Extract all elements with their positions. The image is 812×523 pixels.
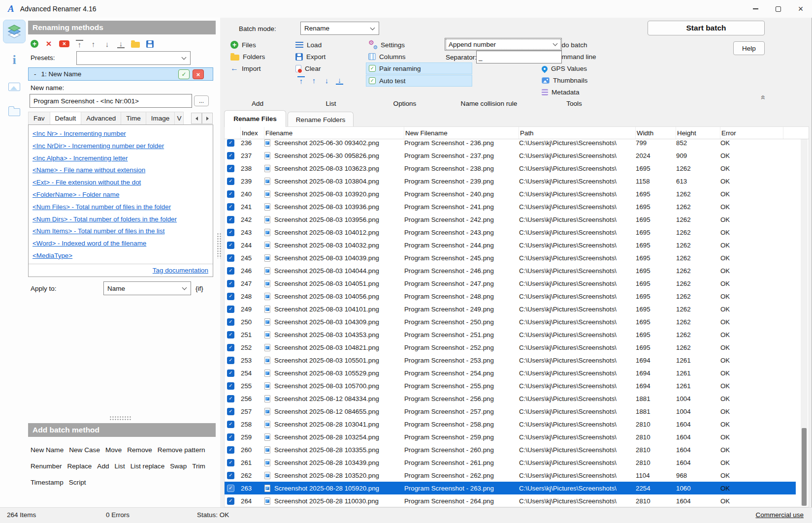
tag-link[interactable]: <Ext> - File extension without the dot	[32, 177, 209, 189]
row-checkbox[interactable]	[227, 497, 234, 505]
tag-link[interactable]: <FolderName> - Folder name	[32, 189, 209, 201]
tag-documentation-link[interactable]: Tag documentation	[153, 267, 208, 274]
methods-toolbar-remove-all-button[interactable]	[59, 40, 69, 47]
list-arrow-down-button[interactable]: ↓	[323, 76, 330, 85]
action-metadata[interactable]: Metadata	[542, 86, 596, 98]
new-name-input[interactable]: Program Screenshot - <Inc Nr:001>	[30, 94, 192, 108]
table-row[interactable]: 263Screenshot 2025-08-28 105920.pngProgr…	[225, 482, 796, 494]
action-load[interactable]: Load	[295, 39, 325, 51]
tab-scroll-left-button[interactable]	[191, 113, 202, 124]
table-row[interactable]: 256Screenshot 2025-08-12 084334.pngProgr…	[225, 392, 796, 405]
tag-link[interactable]: <MediaType>	[32, 250, 209, 262]
table-row[interactable]: 259Screenshot 2025-08-28 103254.pngProgr…	[225, 431, 796, 443]
row-checkbox[interactable]	[227, 472, 234, 479]
column-header-height[interactable]: Height	[676, 127, 720, 139]
horizontal-splitter-handle[interactable]	[109, 416, 131, 420]
table-row[interactable]: 257Screenshot 2025-08-12 084655.pngProgr…	[225, 405, 796, 418]
list-arrow-bottom-button[interactable]: ↓	[336, 76, 343, 85]
tag-link[interactable]: <Inc Alpha> - Incrementing letter	[32, 153, 209, 165]
table-row[interactable]: 255Screenshot 2025-08-03 105700.pngProgr…	[225, 379, 796, 392]
row-checkbox[interactable]	[227, 280, 234, 287]
add-method-new-name[interactable]: New Name	[31, 446, 64, 454]
add-method-list[interactable]: List	[115, 462, 125, 470]
maximize-button[interactable]	[767, 0, 789, 18]
row-checkbox[interactable]	[227, 446, 234, 454]
method-item-new-name[interactable]: - 1: New Name ✓ ×	[28, 67, 213, 81]
method-delete-button[interactable]: ×	[193, 69, 204, 79]
table-row[interactable]: 260Screenshot 2025-08-28 103355.pngProgr…	[225, 443, 796, 456]
tag-link[interactable]: <Num Files> - Total number of files in t…	[32, 201, 209, 214]
row-checkbox[interactable]	[227, 382, 234, 390]
table-row[interactable]: 243Screenshot 2025-08-03 104012.pngProgr…	[225, 226, 796, 239]
table-row[interactable]: 237Screenshot 2025-06-30 095826.pngProgr…	[225, 149, 796, 162]
apply-to-dropdown[interactable]: Name	[103, 281, 191, 295]
collapse-marker[interactable]: -	[34, 70, 36, 78]
add-method-script[interactable]: Script	[69, 479, 86, 486]
action-import[interactable]: Import	[230, 62, 265, 74]
row-checkbox[interactable]	[227, 293, 234, 300]
methods-toolbar-delete-x-button[interactable]	[45, 40, 53, 48]
row-checkbox[interactable]	[227, 254, 234, 262]
row-checkbox[interactable]	[227, 331, 234, 338]
row-checkbox[interactable]	[227, 318, 234, 326]
commercial-use-link[interactable]: Commercial use	[755, 511, 804, 519]
table-row[interactable]: 250Screenshot 2025-08-03 104309.pngProgr…	[225, 315, 796, 328]
add-method-swap[interactable]: Swap	[170, 462, 187, 470]
row-checkbox[interactable]	[227, 459, 234, 466]
close-button[interactable]: ×	[789, 0, 812, 18]
table-row[interactable]: 258Screenshot 2025-08-28 103041.pngProgr…	[225, 418, 796, 431]
tag-tab-default[interactable]: Default	[50, 112, 82, 125]
batch-mode-dropdown[interactable]: Rename	[300, 22, 379, 35]
row-checkbox[interactable]	[227, 306, 234, 313]
row-checkbox[interactable]	[227, 369, 234, 377]
row-checkbox[interactable]	[227, 216, 234, 223]
tag-tab-fav[interactable]: Fav	[28, 112, 50, 125]
table-row[interactable]: 244Screenshot 2025-08-03 104032.pngProgr…	[225, 239, 796, 251]
sidebar-item-images[interactable]	[3, 75, 26, 98]
row-checkbox[interactable]	[227, 408, 234, 415]
collapse-toolbar-button[interactable]: «	[757, 92, 769, 101]
action-thumbnails[interactable]: Thumbnails	[542, 74, 596, 86]
table-row[interactable]: 262Screenshot 2025-08-28 103520.pngProgr…	[225, 469, 796, 482]
row-checkbox[interactable]	[227, 190, 234, 198]
sidebar-item-renaming-methods[interactable]	[3, 20, 26, 43]
tag-tab-time[interactable]: Time	[121, 112, 146, 125]
add-method-add[interactable]: Add	[97, 462, 109, 470]
methods-toolbar-arrow-down-button[interactable]: ↓	[103, 40, 111, 48]
table-row[interactable]: 246Screenshot 2025-08-03 104044.pngProgr…	[225, 264, 796, 277]
table-row[interactable]: 254Screenshot 2025-08-03 105529.pngProgr…	[225, 367, 796, 379]
list-arrow-top-button[interactable]: ↑	[297, 76, 305, 85]
row-checkbox[interactable]	[227, 421, 234, 428]
methods-toolbar-arrow-bottom-button[interactable]: ↓	[117, 40, 125, 48]
sidebar-item-folders[interactable]	[3, 100, 26, 124]
table-row[interactable]: 242Screenshot 2025-08-03 103956.pngProgr…	[225, 213, 796, 226]
methods-toolbar-save-button[interactable]	[146, 40, 154, 48]
add-method-replace[interactable]: Replace	[67, 462, 92, 470]
method-enabled-checkbox[interactable]: ✓	[178, 69, 190, 79]
methods-toolbar-arrow-up-button[interactable]: ↑	[90, 40, 97, 48]
tag-link[interactable]: <Inc NrDir> - Incrementing number per fo…	[32, 140, 209, 153]
action-clear[interactable]: Clear	[295, 62, 325, 74]
tag-link[interactable]: <Num Items> - Total number of files in t…	[32, 225, 209, 238]
add-method-new-case[interactable]: New Case	[69, 446, 100, 454]
name-collision-dropdown[interactable]: Append number	[445, 38, 562, 51]
table-row[interactable]: 248Screenshot 2025-08-03 104056.pngProgr…	[225, 290, 796, 303]
methods-toolbar-add-circle-button[interactable]	[31, 40, 38, 48]
row-checkbox[interactable]	[227, 178, 234, 185]
action-files[interactable]: Files	[230, 39, 265, 51]
header-checkbox[interactable]	[225, 127, 241, 139]
help-button[interactable]: Help	[733, 41, 765, 55]
add-method-renumber[interactable]: Renumber	[31, 462, 62, 470]
column-header-error[interactable]: Error	[720, 127, 783, 139]
table-row[interactable]: 240Screenshot 2025-08-03 103920.pngProgr…	[225, 187, 796, 200]
tag-tab-image[interactable]: Image	[146, 112, 175, 125]
tab-rename-folders[interactable]: Rename Folders	[288, 112, 354, 127]
tab-rename-files[interactable]: Rename Files	[224, 110, 286, 127]
tag-link[interactable]: <Word> - Indexed word of the filename	[32, 238, 209, 250]
minimize-button[interactable]	[744, 0, 767, 18]
methods-toolbar-arrow-top-button[interactable]: ↑	[76, 40, 83, 48]
row-checkbox[interactable]	[227, 152, 234, 159]
table-row[interactable]: 261Screenshot 2025-08-28 103439.pngProgr…	[225, 456, 796, 469]
table-scrollbar[interactable]	[801, 139, 808, 506]
browse-button[interactable]: ...	[194, 95, 209, 106]
